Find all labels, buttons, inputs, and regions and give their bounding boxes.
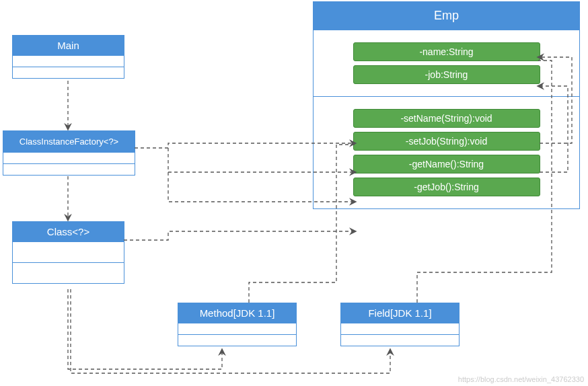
- method-title: Method[JDK 1.1]: [178, 303, 296, 323]
- class-ops: [13, 262, 124, 283]
- class-emp: Emp -name:String -job:String -setName(St…: [313, 1, 580, 209]
- main-ops: [13, 67, 124, 78]
- main-attrs: [13, 55, 124, 67]
- field-ops: [341, 334, 459, 346]
- emp-op-setjob: -setJob(String):void: [353, 132, 540, 151]
- main-title: Main: [13, 36, 124, 55]
- class-title: Class<?>: [13, 222, 124, 241]
- factory-attrs: [3, 152, 135, 163]
- class-class: Class<?>: [12, 221, 124, 284]
- class-attrs: [13, 241, 124, 262]
- field-title: Field[JDK 1.1]: [341, 303, 459, 323]
- emp-attrs-section: -name:String -job:String: [314, 30, 579, 96]
- method-ops: [178, 334, 296, 346]
- emp-op-getjob: -getJob():String: [353, 178, 540, 196]
- method-attrs: [178, 323, 296, 334]
- factory-ops: [3, 163, 135, 175]
- class-factory: ClassInstanceFactory<?>: [3, 130, 135, 176]
- emp-title: Emp: [314, 2, 579, 30]
- emp-op-getname: -getName():String: [353, 155, 540, 173]
- factory-title: ClassInstanceFactory<?>: [3, 131, 135, 152]
- field-attrs: [341, 323, 459, 334]
- class-method: Method[JDK 1.1]: [178, 303, 297, 346]
- class-field: Field[JDK 1.1]: [340, 303, 460, 346]
- emp-attr-job: -job:String: [353, 65, 540, 84]
- emp-ops-section: -setName(String):void -setJob(String):vo…: [314, 96, 579, 208]
- class-main: Main: [12, 35, 124, 79]
- emp-attr-name: -name:String: [353, 42, 540, 61]
- emp-op-setname: -setName(String):void: [353, 109, 540, 128]
- watermark: https://blog.csdn.net/weixin_43762330: [458, 375, 584, 383]
